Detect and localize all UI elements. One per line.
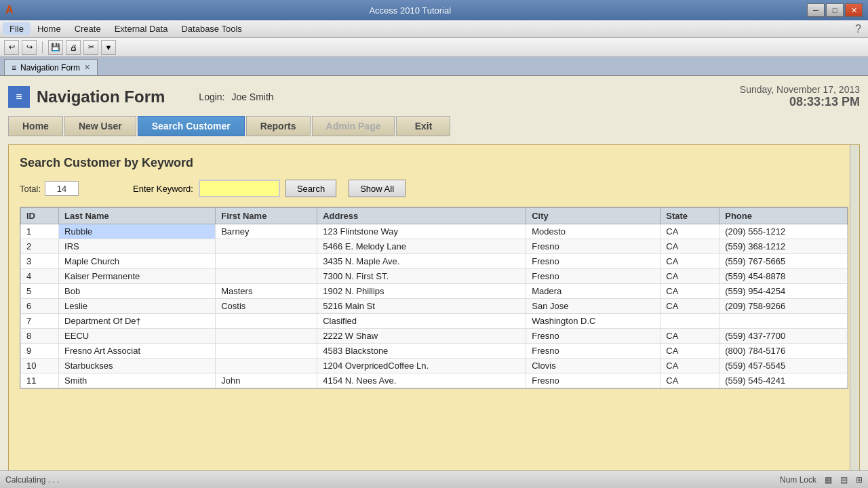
date-display: Sunday, November 17, 2013: [740, 84, 860, 95]
menu-file[interactable]: File: [3, 22, 31, 35]
content-panel: Search Customer by Keyword Total: 14 Ent…: [8, 144, 860, 481]
scrollbar[interactable]: [850, 145, 859, 481]
status-icon-1: ▦: [825, 475, 832, 485]
col-address: Address: [317, 208, 526, 224]
form-header: ≡ Navigation Form Login: Joe Smith Sunda…: [8, 84, 860, 109]
keyword-input[interactable]: [199, 180, 280, 197]
form-main-title: Navigation Form: [37, 87, 165, 106]
table-row[interactable]: 3Maple Church3435 N. Maple Ave.FresnoCA(…: [21, 254, 848, 269]
tab-admin-page[interactable]: Admin Page: [312, 116, 395, 136]
search-controls: Total: 14 Enter Keyword: Search Show All: [20, 180, 848, 197]
menu-external-data[interactable]: External Data: [108, 22, 175, 35]
nav-form-tab[interactable]: ≡ Navigation Form ✕: [4, 59, 98, 75]
doc-tab-label: Navigation Form: [20, 63, 80, 73]
total-value: 14: [45, 181, 79, 196]
menu-bar: File Home Create External Data Database …: [0, 20, 868, 38]
login-label: Login:: [199, 92, 224, 102]
status-icon-2: ▤: [840, 475, 848, 485]
main-area: ≡ Navigation Form Login: Joe Smith Sunda…: [0, 76, 868, 488]
col-last-name: Last Name: [59, 208, 216, 224]
table-row[interactable]: 9Fresno Art Associat4583 BlackstoneFresn…: [21, 344, 848, 359]
table-row[interactable]: 6LeslieCostis5216 Main StSan JoseCA(209)…: [21, 299, 848, 314]
table-row[interactable]: 4Kaiser Permanente7300 N. First ST.Fresn…: [21, 269, 848, 284]
menu-database-tools[interactable]: Database Tools: [174, 22, 248, 35]
tab-home[interactable]: Home: [8, 116, 63, 136]
col-first-name: First Name: [216, 208, 317, 224]
total-area: Total: 14: [20, 181, 79, 196]
tab-search-customer[interactable]: Search Customer: [138, 116, 245, 136]
table-header-row: ID Last Name First Name Address City Sta…: [21, 208, 848, 224]
table-row[interactable]: 7Department Of De†ClasifiedWashington D.…: [21, 314, 848, 329]
minimize-button[interactable]: ─: [807, 3, 825, 17]
menu-home[interactable]: Home: [31, 22, 68, 35]
form-title-area: ≡ Navigation Form Login: Joe Smith: [8, 86, 274, 108]
app-icon: A: [5, 4, 14, 16]
keyword-label: Enter Keyword:: [133, 184, 193, 194]
toolbar-btn-1[interactable]: ↩: [4, 40, 19, 55]
form-icon: ≡: [8, 86, 30, 108]
search-button[interactable]: Search: [285, 180, 336, 197]
status-right: Num Lock ▦ ▤ ⊞: [780, 475, 863, 485]
maximize-button[interactable]: □: [826, 3, 844, 17]
total-label: Total:: [20, 184, 41, 194]
nav-tabs: Home New User Search Customer Reports Ad…: [8, 116, 860, 136]
show-all-button[interactable]: Show All: [349, 180, 406, 197]
customer-table: ID Last Name First Name Address City Sta…: [20, 207, 848, 388]
toolbar-btn-2[interactable]: ↪: [22, 40, 37, 55]
tab-reports[interactable]: Reports: [246, 116, 311, 136]
col-id: ID: [21, 208, 59, 224]
table-row[interactable]: 8EECU2222 W ShawFresnoCA(559) 437-7700: [21, 329, 848, 344]
help-icon[interactable]: ?: [851, 23, 865, 35]
table-row[interactable]: 5BobMasters1902 N. PhillipsMaderaCA(559)…: [21, 284, 848, 299]
search-heading: Search Customer by Keyword: [20, 156, 848, 170]
toolbar-btn-4[interactable]: 🖨: [66, 40, 81, 55]
title-bar-left: A: [5, 4, 14, 16]
toolbar: ↩ ↪ 💾 🖨 ✂ ▼: [0, 38, 868, 57]
numlock-indicator: Num Lock: [780, 475, 816, 485]
doc-tab-bar: ≡ Navigation Form ✕: [0, 57, 868, 76]
tab-new-user[interactable]: New User: [64, 116, 136, 136]
col-state: State: [660, 208, 719, 224]
table-row[interactable]: 2IRS5466 E. Melody LaneFresnoCA(559) 368…: [21, 239, 848, 254]
title-bar: A Access 2010 Tutorial ─ □ ✕: [0, 0, 868, 20]
status-bar: Calculating . . . Num Lock ▦ ▤ ⊞: [0, 470, 868, 488]
time-display: 08:33:13 PM: [740, 95, 860, 109]
login-user: Joe Smith: [231, 92, 273, 102]
status-icon-3: ⊞: [856, 475, 863, 485]
doc-tab-close[interactable]: ✕: [84, 63, 90, 72]
toolbar-btn-6[interactable]: ▼: [101, 40, 116, 55]
col-phone: Phone: [719, 208, 848, 224]
doc-tab-icon: ≡: [12, 63, 16, 73]
status-text: Calculating . . .: [5, 475, 59, 485]
keyword-area: Enter Keyword: Search Show All: [133, 180, 406, 197]
table-row[interactable]: 10Starbuckses1204 OverpricedCoffee Ln.Cl…: [21, 359, 848, 373]
tab-exit[interactable]: Exit: [396, 116, 450, 136]
close-button[interactable]: ✕: [845, 3, 863, 17]
toolbar-btn-5[interactable]: ✂: [83, 40, 98, 55]
table-row[interactable]: 11SmithJohn4154 N. Nees Ave.FresnoCA(559…: [21, 373, 848, 388]
window-title: Access 2010 Tutorial: [14, 5, 807, 16]
toolbar-btn-3[interactable]: 💾: [48, 40, 63, 55]
menu-create[interactable]: Create: [68, 22, 108, 35]
window-controls: ─ □ ✕: [807, 3, 863, 17]
datetime-area: Sunday, November 17, 2013 08:33:13 PM: [740, 84, 860, 109]
login-area: Login: Joe Smith: [199, 92, 273, 102]
table-scroll-container[interactable]: ID Last Name First Name Address City Sta…: [20, 207, 848, 389]
table-row[interactable]: 1RubbleBarney123 Flintstone WayModestoCA…: [21, 224, 848, 239]
col-city: City: [526, 208, 660, 224]
